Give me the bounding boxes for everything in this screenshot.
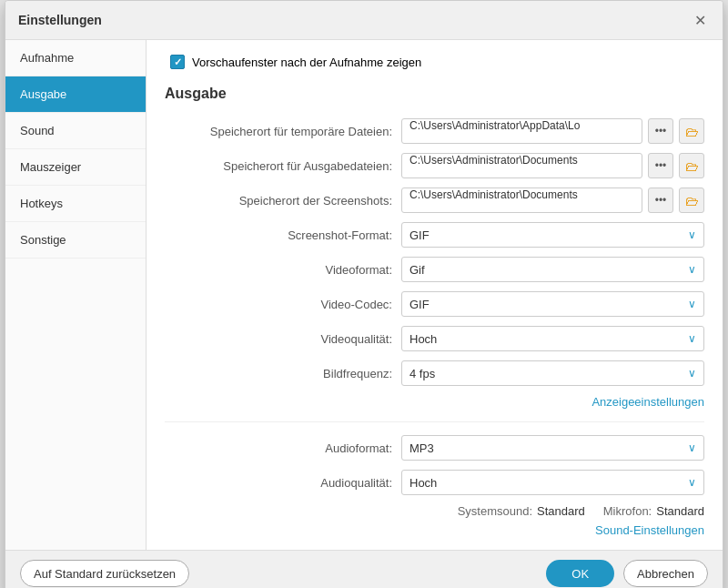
screenshot-control-group: C:\Users\Administrator\Documents ••• 🗁 xyxy=(401,188,704,213)
audioqualitaet-row: Audioqualität: Hoch ∨ xyxy=(165,470,704,495)
dialog-footer: Auf Standard zurücksetzen OK Abbrechen xyxy=(5,550,723,588)
anzeige-link[interactable]: Anzeigeeinstellungen xyxy=(592,395,704,409)
temp-label: Speicherort für temporäre Dateien: xyxy=(165,125,401,138)
sidebar-item-hotkeys[interactable]: Hotkeys xyxy=(5,186,146,222)
screenshot-format-select[interactable]: GIF ∨ xyxy=(401,222,704,248)
cancel-button[interactable]: Abbrechen xyxy=(623,560,708,587)
screenshot-folder-button[interactable]: 🗁 xyxy=(679,188,704,213)
videoqualitaet-arrow-icon: ∨ xyxy=(688,332,696,345)
section-title: Ausgabe xyxy=(165,86,704,102)
audioformat-label: Audioformat: xyxy=(165,441,401,455)
bildfrequenz-control: 4 fps ∨ xyxy=(401,360,704,386)
video-codec-select[interactable]: GIF ∨ xyxy=(401,291,704,317)
videoformat-label: Videoformat: xyxy=(165,263,401,277)
videoqualitaet-select[interactable]: Hoch ∨ xyxy=(401,326,704,351)
ok-button[interactable]: OK xyxy=(546,560,614,587)
systemsound-info: Systemsound: Standard xyxy=(458,504,585,518)
audioformat-arrow-icon: ∨ xyxy=(688,441,696,454)
output-path-input[interactable]: C:\Users\Administrator\Documents xyxy=(401,153,642,178)
audioqualitaet-label: Audioqualität: xyxy=(165,476,401,490)
preview-checkbox[interactable] xyxy=(170,55,185,69)
screenshot-format-control: GIF ∨ xyxy=(401,222,704,248)
footer-buttons: OK Abbrechen xyxy=(546,560,708,587)
temp-folder-button[interactable]: 🗁 xyxy=(679,118,704,144)
sidebar-item-mauszeiger[interactable]: Mauszeiger xyxy=(5,149,146,186)
temp-path-input[interactable]: C:\Users\Administrator\AppData\Lo xyxy=(401,118,642,144)
bildfrequenz-arrow-icon: ∨ xyxy=(688,367,696,380)
settings-dialog: Einstellungen ✕ Aufnahme Ausgabe Sound M… xyxy=(5,0,723,588)
screenshot-format-arrow-icon: ∨ xyxy=(688,228,696,241)
screenshot-path-input[interactable]: C:\Users\Administrator\Documents xyxy=(401,188,642,213)
anzeige-link-row: Anzeigeeinstellungen xyxy=(165,395,704,409)
output-label: Speicherort für Ausgabedateien: xyxy=(165,159,401,173)
videoformat-control: Gif ∨ xyxy=(401,257,704,282)
video-codec-label: Video-Codec: xyxy=(165,298,401,311)
preview-label: Vorschaufenster nach der Aufnahme zeigen xyxy=(192,56,421,69)
videoformat-arrow-icon: ∨ xyxy=(688,263,696,276)
videoqualitaet-control: Hoch ∨ xyxy=(401,326,704,351)
close-button[interactable]: ✕ xyxy=(690,10,710,30)
sidebar: Aufnahme Ausgabe Sound Mauszeiger Hotkey… xyxy=(5,40,147,550)
systemsound-label: Systemsound: xyxy=(458,504,532,518)
output-folder-button[interactable]: 🗁 xyxy=(679,153,704,178)
mikrofon-info: Mikrofon: Standard xyxy=(603,504,704,518)
sound-link-row: Sound-Einstellungen xyxy=(165,523,704,537)
audioformat-control: MP3 ∨ xyxy=(401,435,704,461)
mikrofon-value: Standard xyxy=(656,504,704,518)
sound-link[interactable]: Sound-Einstellungen xyxy=(595,523,704,537)
sidebar-item-aufnahme[interactable]: Aufnahme xyxy=(5,40,146,76)
video-codec-row: Video-Codec: GIF ∨ xyxy=(165,291,704,317)
videoformat-row: Videoformat: Gif ∨ xyxy=(165,257,704,282)
screenshot-format-row: Screenshot-Format: GIF ∨ xyxy=(165,222,704,248)
video-codec-control: GIF ∨ xyxy=(401,291,704,317)
output-control-group: C:\Users\Administrator\Documents ••• 🗁 xyxy=(401,153,704,178)
videoqualitaet-label: Videoqualität: xyxy=(165,332,401,346)
screenshot-dots-button[interactable]: ••• xyxy=(648,188,673,213)
systemsound-value: Standard xyxy=(537,504,585,518)
title-bar: Einstellungen ✕ xyxy=(5,1,723,40)
bildfrequenz-select[interactable]: 4 fps ∨ xyxy=(401,360,704,386)
videoqualitaet-row: Videoqualität: Hoch ∨ xyxy=(165,326,704,351)
audioformat-row: Audioformat: MP3 ∨ xyxy=(165,435,704,461)
output-dots-button[interactable]: ••• xyxy=(648,153,673,178)
preview-row: Vorschaufenster nach der Aufnahme zeigen xyxy=(165,55,704,69)
screenshot-format-label: Screenshot-Format: xyxy=(165,228,401,242)
dialog-title: Einstellungen xyxy=(18,13,102,27)
audioqualitaet-select[interactable]: Hoch ∨ xyxy=(401,470,704,495)
temp-dots-button[interactable]: ••• xyxy=(648,118,673,144)
screenshot-path-row: Speicherort der Screenshots: C:\Users\Ad… xyxy=(165,188,704,213)
output-files-row: Speicherort für Ausgabedateien: C:\Users… xyxy=(165,153,704,178)
sound-info-row: Systemsound: Standard Mikrofon: Standard xyxy=(165,504,704,518)
video-codec-arrow-icon: ∨ xyxy=(688,298,696,310)
audioqualitaet-arrow-icon: ∨ xyxy=(688,476,696,489)
sidebar-item-sonstige[interactable]: Sonstige xyxy=(5,222,146,259)
reset-button[interactable]: Auf Standard zurücksetzen xyxy=(20,560,189,587)
bildfrequenz-row: Bildfrequenz: 4 fps ∨ xyxy=(165,360,704,386)
bildfrequenz-label: Bildfrequenz: xyxy=(165,367,401,380)
section-divider xyxy=(165,421,704,422)
sidebar-item-sound[interactable]: Sound xyxy=(5,113,146,149)
mikrofon-label: Mikrofon: xyxy=(603,504,652,518)
temp-files-row: Speicherort für temporäre Dateien: C:\Us… xyxy=(165,118,704,144)
main-content: Vorschaufenster nach der Aufnahme zeigen… xyxy=(147,40,723,550)
audioformat-select[interactable]: MP3 ∨ xyxy=(401,435,704,461)
temp-control-group: C:\Users\Administrator\AppData\Lo ••• 🗁 xyxy=(401,118,704,144)
videoformat-select[interactable]: Gif ∨ xyxy=(401,257,704,282)
screenshot-path-label: Speicherort der Screenshots: xyxy=(165,194,401,208)
sidebar-item-ausgabe[interactable]: Ausgabe xyxy=(5,76,146,113)
audioqualitaet-control: Hoch ∨ xyxy=(401,470,704,495)
dialog-body: Aufnahme Ausgabe Sound Mauszeiger Hotkey… xyxy=(5,40,723,550)
